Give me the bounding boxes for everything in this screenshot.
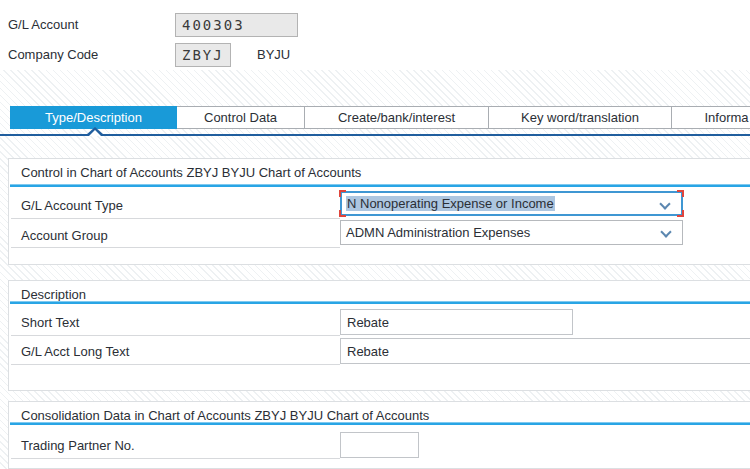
row-underline	[11, 364, 340, 365]
gl-account-label: G/L Account	[8, 17, 78, 32]
group-consolidation-data: Consolidation Data in Chart of Accounts …	[8, 401, 750, 469]
gl-account-type-dropdown[interactable]: N Nonoperating Expense or Income	[340, 191, 683, 216]
trading-partner-label: Trading Partner No.	[21, 438, 135, 453]
active-tab-notch-inner-icon	[89, 130, 101, 136]
tab-control-data[interactable]: Control Data	[177, 106, 305, 129]
group-control-chart-of-accounts: Control in Chart of Accounts ZBYJ BYJU C…	[8, 158, 750, 265]
trading-partner-input[interactable]	[340, 432, 419, 458]
tab-create-bank-interest[interactable]: Create/bank/interest	[305, 106, 489, 129]
sap-gl-account-screen: { "header": { "gl_account_label": "G/L A…	[0, 0, 750, 469]
gl-account-field[interactable]: 400303	[175, 13, 298, 37]
row-underline	[11, 247, 340, 248]
row-underline	[11, 218, 340, 219]
gl-acct-long-text-label: G/L Acct Long Text	[21, 344, 129, 359]
gl-acct-long-text-input[interactable]: Rebate	[340, 338, 750, 364]
tabstrip-baseline	[0, 134, 750, 136]
tabstrip: Type/Description Control Data Create/ban…	[10, 106, 750, 129]
row-underline	[11, 335, 340, 336]
row-underline	[11, 458, 340, 459]
company-code-name: BYJU	[257, 47, 290, 62]
tab-key-word-translation[interactable]: Key word/translation	[489, 106, 672, 129]
company-code-label: Company Code	[8, 47, 98, 62]
focus-corner-icon	[339, 210, 346, 217]
chevron-down-icon[interactable]	[659, 198, 670, 209]
group-title: Control in Chart of Accounts ZBYJ BYJU C…	[21, 165, 361, 180]
group-title: Consolidation Data in Chart of Accounts …	[21, 408, 429, 423]
short-text-label: Short Text	[21, 315, 79, 330]
account-group-label: Account Group	[21, 228, 108, 243]
gl-account-type-label: G/L Account Type	[21, 198, 123, 213]
tab-information[interactable]: Informa	[672, 106, 750, 129]
tab-type-description[interactable]: Type/Description	[10, 106, 177, 129]
group-title-rule	[10, 422, 750, 425]
group-title: Description	[21, 287, 86, 302]
short-text-input[interactable]: Rebate	[340, 309, 573, 335]
chevron-down-icon[interactable]	[660, 226, 671, 237]
gl-account-type-value: N Nonoperating Expense or Income	[346, 196, 555, 211]
group-description: Description Short Text Rebate G/L Acct L…	[8, 280, 750, 391]
focus-corner-icon	[339, 190, 346, 197]
account-group-dropdown[interactable]: ADMN Administration Expenses	[340, 220, 683, 245]
company-code-field[interactable]: ZBYJ	[175, 43, 231, 67]
focus-corner-icon	[677, 210, 684, 217]
group-title-rule	[10, 301, 750, 304]
group-title-rule	[10, 184, 750, 187]
focus-corner-icon	[677, 190, 684, 197]
account-group-value: ADMN Administration Expenses	[346, 225, 530, 240]
